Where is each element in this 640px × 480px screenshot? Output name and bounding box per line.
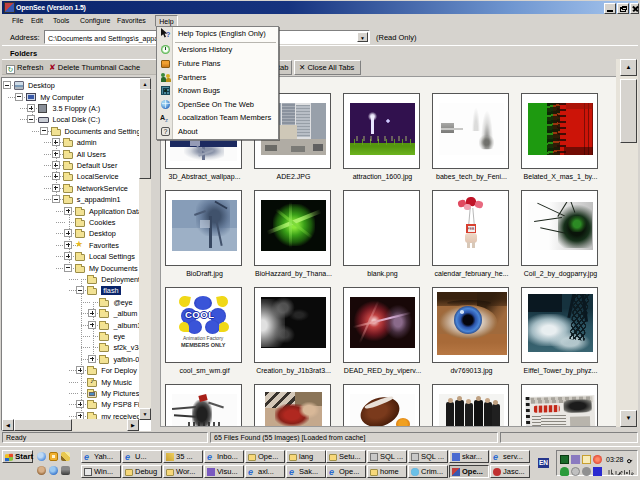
svg-text:?: ? xyxy=(166,31,170,38)
